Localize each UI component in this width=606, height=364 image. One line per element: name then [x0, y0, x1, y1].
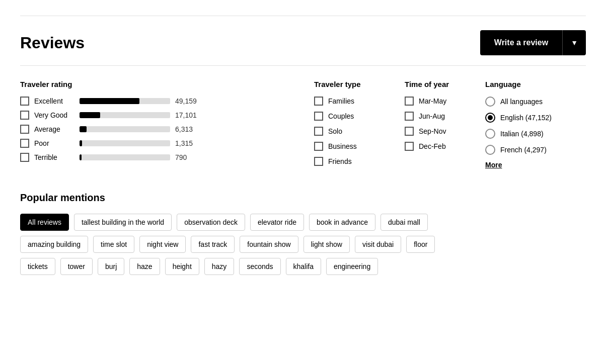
rating-label: Terrible	[34, 153, 74, 161]
traveler-type-group: Traveler type Families Couples Solo Busi…	[314, 80, 405, 172]
language-label: All languages	[500, 98, 543, 106]
traveler-type-label: Couples	[328, 112, 354, 120]
write-review-group: Write a review ▼	[480, 30, 586, 55]
rating-checkbox[interactable]	[20, 97, 29, 106]
rating-item: Very Good 17,101	[20, 111, 314, 120]
time-item[interactable]: Sep-Nov	[405, 127, 485, 136]
reviews-title: Reviews	[20, 34, 85, 52]
time-checkbox[interactable]	[405, 112, 414, 121]
traveler-type-item[interactable]: Families	[314, 97, 405, 106]
traveler-type-label: Families	[328, 97, 354, 105]
tag-button[interactable]: fast track	[191, 236, 235, 253]
language-item[interactable]: English (47,152)	[485, 113, 586, 123]
rating-item: Terrible 790	[20, 153, 314, 162]
tag-button[interactable]: elevator ride	[250, 214, 304, 231]
rating-checkbox[interactable]	[20, 153, 29, 162]
tag-button[interactable]: burj	[98, 258, 124, 275]
tag-button[interactable]: dubai mall	[381, 214, 428, 231]
rating-bar-container	[80, 98, 170, 104]
time-label: Mar-May	[419, 97, 446, 105]
tag-button[interactable]: All reviews	[20, 214, 69, 231]
rating-count: 6,313	[175, 125, 200, 133]
time-item[interactable]: Dec-Feb	[405, 142, 485, 151]
rating-bar-container	[80, 154, 170, 160]
rating-bar-container	[80, 126, 170, 132]
write-review-button[interactable]: Write a review	[480, 30, 562, 55]
language-radio[interactable]	[485, 97, 495, 107]
rating-label: Excellent	[34, 97, 74, 105]
tag-button[interactable]: tower	[60, 258, 93, 275]
language-items: All languages English (47,152) Italian (…	[485, 97, 586, 155]
rating-label: Average	[34, 125, 74, 133]
tag-button[interactable]: visit dubai	[355, 236, 401, 253]
rating-checkbox[interactable]	[20, 139, 29, 148]
tag-button[interactable]: fountain show	[240, 236, 298, 253]
traveler-type-item[interactable]: Solo	[314, 127, 405, 136]
tag-button[interactable]: hazy	[204, 258, 235, 275]
tag-button[interactable]: book in advance	[309, 214, 375, 231]
traveler-type-items: Families Couples Solo Business Friends	[314, 97, 405, 166]
rating-item: Excellent 49,159	[20, 97, 314, 106]
filters-section: Traveler rating Excellent 49,159 Very Go…	[20, 80, 586, 172]
rating-bar-container	[80, 140, 170, 146]
chevron-down-icon: ▼	[571, 39, 578, 47]
time-checkbox[interactable]	[405, 97, 414, 106]
time-item[interactable]: Jun-Aug	[405, 112, 485, 121]
tags-container: All reviewstallest building in the world…	[20, 214, 586, 275]
rating-checkbox[interactable]	[20, 125, 29, 134]
rating-items-container: Excellent 49,159 Very Good 17,101 Averag…	[20, 97, 314, 162]
rating-bar-fill	[80, 126, 87, 132]
tags-row: All reviewstallest building in the world…	[20, 214, 586, 231]
traveler-type-title: Traveler type	[314, 80, 405, 88]
traveler-type-item[interactable]: Business	[314, 142, 405, 151]
tag-button[interactable]: engineering	[326, 258, 378, 275]
tag-button[interactable]: floor	[406, 236, 435, 253]
traveler-rating-title: Traveler rating	[20, 80, 314, 88]
rating-bar-fill	[80, 112, 100, 118]
rating-label: Very Good	[34, 111, 74, 119]
time-label: Sep-Nov	[419, 127, 446, 135]
language-more-link[interactable]: More	[485, 161, 586, 169]
language-group: Language All languages English (47,152) …	[485, 80, 586, 172]
rating-label: Poor	[34, 139, 74, 147]
tag-button[interactable]: night view	[139, 236, 186, 253]
time-label: Dec-Feb	[419, 142, 446, 150]
write-review-dropdown-button[interactable]: ▼	[562, 30, 586, 55]
tag-button[interactable]: seconds	[239, 258, 280, 275]
language-radio[interactable]	[485, 129, 495, 139]
traveler-type-label: Solo	[328, 127, 342, 135]
traveler-type-checkbox[interactable]	[314, 127, 323, 136]
tag-button[interactable]: observation deck	[177, 214, 245, 231]
time-items: Mar-May Jun-Aug Sep-Nov Dec-Feb	[405, 97, 485, 151]
traveler-type-checkbox[interactable]	[314, 97, 323, 106]
time-item[interactable]: Mar-May	[405, 97, 485, 106]
time-of-year-group: Time of year Mar-May Jun-Aug Sep-Nov Dec…	[405, 80, 485, 172]
traveler-type-item[interactable]: Couples	[314, 112, 405, 121]
language-radio[interactable]	[485, 145, 495, 155]
tag-button[interactable]: tallest building in the world	[74, 214, 172, 231]
language-label: Italian (4,898)	[500, 130, 544, 138]
time-checkbox[interactable]	[405, 127, 414, 136]
traveler-type-label: Friends	[328, 157, 352, 165]
tag-button[interactable]: tickets	[20, 258, 55, 275]
language-item[interactable]: Italian (4,898)	[485, 129, 586, 139]
tag-button[interactable]: height	[165, 258, 199, 275]
traveler-type-label: Business	[328, 142, 357, 150]
language-item[interactable]: All languages	[485, 97, 586, 107]
language-label: English (47,152)	[500, 114, 552, 122]
traveler-type-checkbox[interactable]	[314, 142, 323, 151]
reviews-header: Reviews Write a review ▼	[20, 16, 586, 66]
rating-checkbox[interactable]	[20, 111, 29, 120]
rating-count: 790	[175, 153, 200, 161]
tag-button[interactable]: light show	[304, 236, 350, 253]
traveler-type-item[interactable]: Friends	[314, 157, 405, 166]
tag-button[interactable]: amazing building	[20, 236, 88, 253]
traveler-type-checkbox[interactable]	[314, 157, 323, 166]
time-checkbox[interactable]	[405, 142, 414, 151]
tag-button[interactable]: haze	[129, 258, 160, 275]
language-radio[interactable]	[485, 113, 495, 123]
language-item[interactable]: French (4,297)	[485, 145, 586, 155]
tag-button[interactable]: time slot	[93, 236, 134, 253]
traveler-type-checkbox[interactable]	[314, 112, 323, 121]
tag-button[interactable]: khalifa	[286, 258, 321, 275]
